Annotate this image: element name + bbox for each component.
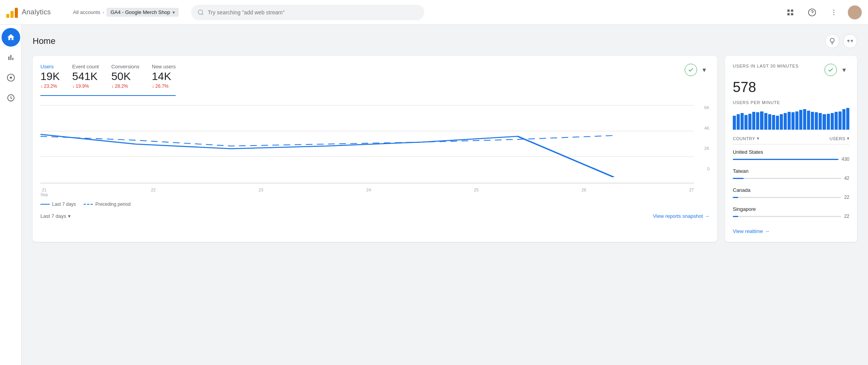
- date-selector-label: Last 7 days: [40, 213, 66, 219]
- upm-bar: [733, 116, 736, 130]
- country-row: United States 430: [733, 146, 849, 165]
- lightbulb-icon: [829, 38, 836, 45]
- y-label: 6K: [704, 105, 709, 110]
- more-vert-button[interactable]: [826, 5, 842, 20]
- realtime-label: USERS IN LAST 30 MINUTES: [733, 64, 798, 68]
- realtime-count: 578: [733, 79, 849, 96]
- realtime-check-icon: [828, 67, 834, 73]
- svg-line-1: [202, 14, 203, 15]
- svg-point-0: [198, 10, 202, 14]
- upm-bar: [780, 114, 783, 130]
- down-arrow-icon: ↓: [152, 83, 154, 89]
- upm-bar: [776, 116, 779, 130]
- sidebar-item-explore[interactable]: [2, 68, 20, 87]
- view-reports-snapshot-link[interactable]: View reports snapshot →: [653, 213, 709, 219]
- x-label: 21Sep: [40, 188, 48, 197]
- svg-point-12: [10, 76, 12, 79]
- x-label: 27: [689, 188, 694, 197]
- metric-users[interactable]: Users 19K ↓ 23.2%: [40, 64, 60, 89]
- country-header-right[interactable]: USERS ▾: [830, 136, 849, 141]
- x-label: 24: [366, 188, 371, 197]
- arrow-right-icon: →: [704, 213, 709, 219]
- sidebar-item-home[interactable]: [2, 28, 20, 47]
- grid-icon-button[interactable]: [783, 5, 798, 20]
- page-title: Home: [33, 36, 56, 46]
- page-header: Home: [33, 34, 857, 48]
- chart-svg: [40, 105, 709, 183]
- sidebar-item-advertising[interactable]: [2, 89, 20, 107]
- explore-icon: [7, 73, 15, 82]
- avatar[interactable]: [848, 5, 862, 19]
- x-label: 22: [151, 188, 155, 197]
- main-content: Home Users 19K ↓ 23.2% Event count 541K: [22, 25, 868, 365]
- upm-bar: [748, 114, 751, 130]
- upm-bar: [819, 113, 822, 130]
- svg-point-9: [833, 12, 835, 13]
- upm-bar: [744, 115, 748, 130]
- legend-dashed: Preceding period: [84, 202, 131, 207]
- down-arrow-icon: ↓: [111, 83, 113, 89]
- search-bar[interactable]: [191, 5, 424, 20]
- search-input[interactable]: [208, 9, 418, 16]
- search-icon: [197, 9, 204, 16]
- sidebar: [0, 25, 22, 365]
- legend-dashed-line: [84, 204, 93, 205]
- bar-chart-icon: [7, 53, 15, 62]
- metric-dropdown-button[interactable]: ▾: [699, 64, 709, 75]
- upm-bar: [827, 114, 830, 130]
- upm-bar: [838, 111, 842, 130]
- layout: Home Users 19K ↓ 23.2% Event count 541K: [0, 25, 868, 365]
- metrics-row: Users 19K ↓ 23.2% Event count 541K ↓ 19.…: [40, 64, 176, 96]
- view-realtime-link[interactable]: View realtime →: [733, 228, 849, 234]
- down-arrow-icon: ↓: [72, 83, 75, 89]
- realtime-check-button[interactable]: [824, 64, 837, 76]
- logo-icon: [6, 7, 18, 18]
- compare-button[interactable]: [843, 34, 857, 48]
- upm-bar: [823, 114, 826, 130]
- upm-bar: [842, 109, 845, 130]
- country-header-left[interactable]: COUNTRY ▾: [733, 136, 759, 141]
- upm-bar: [760, 111, 763, 130]
- upm-bar: [784, 113, 787, 130]
- x-label: 26: [582, 188, 586, 197]
- country-row: Singapore 22: [733, 203, 849, 222]
- content-row: Users 19K ↓ 23.2% Event count 541K ↓ 19.…: [33, 56, 857, 242]
- upm-bar: [835, 112, 838, 130]
- svg-point-10: [833, 14, 835, 15]
- lightbulb-button[interactable]: [825, 34, 839, 48]
- upm-bar: [764, 113, 767, 130]
- upm-bar: [788, 112, 791, 130]
- upm-bar: [752, 112, 755, 130]
- topbar-actions: [783, 5, 862, 20]
- legend-solid: Last 7 days: [40, 202, 76, 207]
- realtime-dropdown-button[interactable]: ▾: [838, 64, 849, 75]
- home-icon: [7, 33, 15, 42]
- metric-new-users[interactable]: New users 14K ↓ 26.7%: [152, 64, 176, 89]
- realtime-footer: View realtime →: [733, 228, 849, 234]
- breadcrumb-current-account[interactable]: GA4 - Google Merch Shop ▾: [106, 8, 178, 17]
- chart-legend: Last 7 days Preceding period: [40, 202, 709, 207]
- sidebar-item-reports[interactable]: [2, 48, 20, 67]
- check-button[interactable]: [685, 64, 697, 76]
- date-selector[interactable]: Last 7 days ▾: [40, 213, 71, 219]
- card-controls: ▾: [685, 64, 709, 76]
- breadcrumb-all-accounts[interactable]: All accounts: [73, 9, 100, 15]
- y-label: 0: [704, 167, 709, 171]
- upm-bar: [741, 113, 744, 130]
- breadcrumb: All accounts › GA4 - Google Merch Shop ▾: [73, 8, 179, 17]
- country-row: Canada 22: [733, 184, 849, 203]
- check-icon: [688, 67, 694, 73]
- legend-solid-line: [40, 204, 50, 205]
- country-list: United States 430 Taiwan 42 Canada 22 Si…: [733, 146, 849, 222]
- help-button[interactable]: [804, 5, 820, 20]
- page-actions: [825, 34, 857, 48]
- grid-line-0: [40, 183, 694, 183]
- country-row: Taiwan 42: [733, 165, 849, 184]
- realtime-card-controls: ▾: [824, 64, 849, 76]
- upm-bar: [799, 110, 802, 130]
- card-footer: Last 7 days ▾ View reports snapshot →: [40, 213, 709, 219]
- down-arrow-icon: ↓: [40, 83, 43, 89]
- country-dropdown-icon: ▾: [757, 136, 760, 141]
- metric-event-count[interactable]: Event count 541K ↓ 19.9%: [72, 64, 99, 89]
- metric-conversions[interactable]: Conversions 50K ↓ 28.2%: [111, 64, 139, 89]
